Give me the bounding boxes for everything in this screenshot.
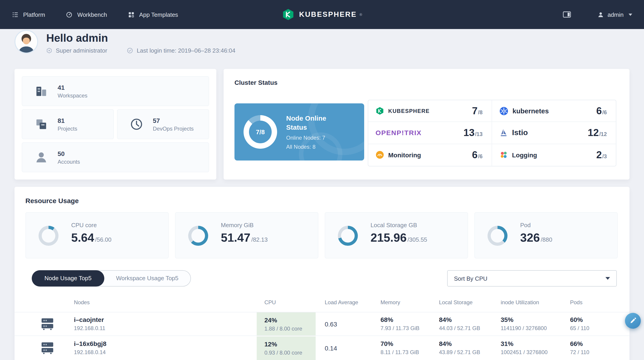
gauge-label: Pod — [520, 222, 530, 228]
cpu-detail: 1.88 / 8.00 core — [264, 325, 316, 332]
nav-item-label: Workbench — [77, 11, 107, 18]
component-status-grid: KUBESPHERE 7/8 kubernetes 6/6 OPENP!TRIX… — [368, 100, 616, 166]
component-count: 13 — [464, 127, 474, 139]
overview-stats-card: 41 Workspaces 81 Projects 57 DevOps Proj… — [14, 69, 216, 180]
column-header-inode: inode Utilization — [501, 299, 539, 306]
user-role: Super administrator — [56, 47, 107, 54]
kubesphere-logo[interactable]: KUBESPHERE ® — [282, 8, 362, 21]
gauge-total: /305.55 — [408, 236, 427, 243]
stat-value: 50 — [58, 150, 80, 157]
inode-detail: 1141190 / 3276800 — [501, 325, 547, 332]
node-name: i–caojnter — [74, 316, 105, 323]
table-row-node[interactable]: i–16x6bgj8 192.168.0.14 12% 0.93 / 8.00 … — [14, 336, 630, 360]
column-header-pods: Pods — [570, 299, 582, 306]
gauge-value: 215.96 — [370, 231, 406, 245]
component-count: 12 — [588, 127, 599, 139]
memory-detail: 7.93 / 11.73 GiB — [380, 325, 420, 332]
component-total: /13 — [475, 131, 482, 138]
node-server-icon — [40, 317, 55, 330]
stat-value: 41 — [58, 84, 88, 91]
gauge-memory: Memory GiB 51.47/82.13 — [175, 212, 318, 258]
avatar-illustration — [16, 31, 37, 52]
nav-item-label: App Templates — [139, 11, 178, 18]
console-panel-icon[interactable] — [562, 11, 571, 18]
user-icon — [597, 11, 604, 18]
component-name: Monitoring — [388, 152, 421, 159]
tab-node-usage-top5[interactable]: Node Usage Top5 — [32, 271, 104, 286]
storage-percent: 84% — [439, 316, 480, 323]
column-header-cpu: CPU — [264, 299, 276, 306]
component-total: /6 — [478, 153, 482, 160]
online-nodes-text: Online Nodes: 7 — [286, 135, 337, 141]
stat-projects[interactable]: 81 Projects — [22, 109, 114, 139]
storage-detail: 44.03 / 52.71 GB — [439, 325, 480, 332]
stat-accounts[interactable]: 50 Accounts — [22, 142, 209, 172]
cluster-status-title: Cluster Status — [234, 79, 278, 86]
cpu-percent: 12% — [264, 340, 316, 348]
column-header-nodes: Nodes — [74, 299, 90, 306]
component-name: KUBESPHERE — [388, 108, 430, 114]
component-istio[interactable]: Istio 12/12 — [492, 122, 616, 144]
gauge-label: Local Storage GB — [370, 222, 417, 228]
last-login-icon — [127, 48, 133, 54]
component-kubesphere[interactable]: KUBESPHERE 7/8 — [368, 100, 492, 122]
component-kubernetes[interactable]: kubernetes 6/6 — [492, 100, 616, 122]
stat-label: Projects — [58, 125, 77, 132]
column-header-load: Load Average — [325, 299, 358, 306]
node-online-status-panel[interactable]: 7/8 Node Online Status Online Nodes: 7 A… — [234, 104, 364, 160]
gauge-pod: Pod 326/880 — [474, 212, 618, 258]
istio-sail-icon — [499, 128, 508, 137]
node-ip: 192.168.0.14 — [74, 349, 106, 356]
stat-workspaces[interactable]: 41 Workspaces — [22, 76, 209, 106]
projects-icon — [34, 117, 48, 132]
kubesphere-logo-icon — [282, 8, 294, 21]
component-name: Istio — [512, 128, 528, 138]
nav-item-label: Platform — [23, 11, 45, 18]
stat-label: Accounts — [58, 158, 80, 165]
last-login: Last login time: 2019–06–28 23:46:04 — [137, 47, 236, 54]
edit-fab-button[interactable] — [625, 313, 641, 329]
openpitrix-wordmark: OPENP!TRIX — [376, 129, 422, 137]
nav-item-app-templates[interactable]: App Templates — [128, 11, 178, 18]
stat-label: DevOps Projects — [153, 125, 194, 132]
inode-percent: 35% — [501, 316, 547, 323]
stat-value: 81 — [58, 117, 77, 124]
gauge-local-storage: Local Storage GB 215.96/305.55 — [325, 212, 468, 258]
user-menu[interactable]: admin — [597, 11, 632, 18]
pod-gauge-ring — [488, 226, 508, 246]
component-monitoring[interactable]: Monitoring 6/6 — [368, 144, 492, 166]
table-row-node[interactable]: i–caojnter 192.168.0.11 24% 1.88 / 8.00 … — [14, 312, 630, 336]
nav-item-workbench[interactable]: Workbench — [66, 11, 107, 18]
kubesphere-mark-icon — [376, 106, 384, 115]
cpu-percent: 24% — [264, 316, 316, 324]
component-openpitrix[interactable]: OPENP!TRIX 13/13 — [368, 122, 492, 144]
component-total: /8 — [478, 109, 482, 116]
gauge-value: 5.64 — [71, 231, 94, 245]
hero-meta: Super administrator Last login time: 201… — [46, 47, 236, 54]
tab-workspace-usage-top5[interactable]: Workspace Usage Top5 — [104, 271, 191, 286]
cpu-detail: 0.93 / 8.00 core — [264, 350, 316, 356]
cpu-gauge-ring — [38, 226, 58, 246]
memory-detail: 8.11 / 11.73 GiB — [380, 349, 419, 356]
usage-tabs: Node Usage Top5 Workspace Usage Top5 — [32, 270, 191, 286]
component-name: kubernetes — [512, 107, 549, 115]
registered-mark: ® — [360, 13, 362, 17]
gauge-value: 326 — [520, 231, 540, 245]
chevron-down-icon — [628, 14, 632, 16]
column-header-memory: Memory — [380, 299, 400, 306]
component-name: Logging — [512, 152, 537, 159]
stat-devops-projects[interactable]: 57 DevOps Projects — [117, 109, 209, 139]
cluster-status-card: Cluster Status 7/8 Node Online Status On… — [224, 69, 630, 180]
gauge-cpu: CPU core 5.64/56.00 — [26, 212, 169, 258]
node-online-donut: 7/8 — [244, 115, 277, 149]
storage-detail: 43.89 / 52.71 GB — [439, 349, 480, 356]
nav-item-platform[interactable]: Platform — [12, 11, 45, 18]
sort-by-select[interactable]: Sort By CPU — [447, 270, 617, 286]
pods-percent: 66% — [570, 340, 589, 347]
node-donut-label: 7/8 — [256, 128, 265, 136]
sort-by-value: Sort By CPU — [454, 275, 487, 282]
component-count: 2 — [596, 149, 602, 161]
node-status-title: Node Online Status — [286, 114, 337, 132]
component-logging[interactable]: Logging 2/3 — [492, 144, 616, 166]
component-total: /6 — [602, 109, 607, 116]
